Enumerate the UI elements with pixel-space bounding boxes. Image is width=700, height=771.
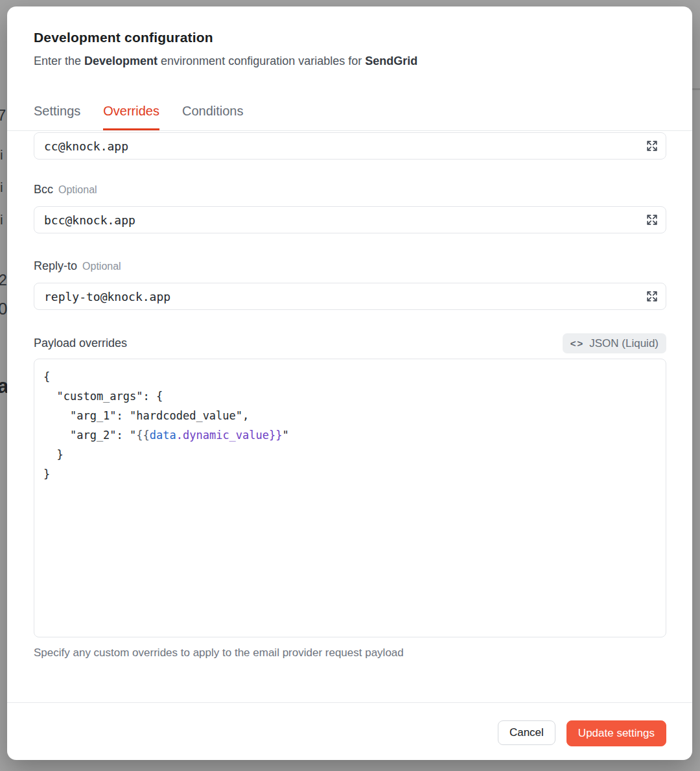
modal-title: Development configuration bbox=[34, 30, 666, 45]
json-liquid-badge: <> JSON (Liquid) bbox=[563, 333, 666, 353]
modal-scroll-area[interactable]: Bcc Optional Reply-to Optional bbox=[7, 131, 692, 702]
payload-overrides-field: Payload overrides <> JSON (Liquid) { "cu… bbox=[34, 333, 666, 659]
update-settings-button[interactable]: Update settings bbox=[566, 720, 666, 746]
modal-footer: Cancel Update settings bbox=[7, 702, 692, 760]
reply-to-field: Reply-to Optional bbox=[34, 259, 666, 310]
cc-field bbox=[34, 132, 666, 160]
code-line: } bbox=[43, 445, 657, 464]
code-line: "arg_1": "hardcoded_value", bbox=[43, 406, 657, 425]
backdrop-text-fragment: 2 bbox=[0, 272, 7, 289]
tab-overrides[interactable]: Overrides bbox=[103, 103, 159, 130]
backdrop-text-fragment: i bbox=[0, 147, 3, 163]
payload-code-editor[interactable]: { "custom_args": { "arg_1": "hardcoded_v… bbox=[34, 359, 666, 637]
subtitle-text: Enter the bbox=[34, 54, 84, 67]
tab-settings[interactable]: Settings bbox=[34, 103, 80, 130]
modal-header: Development configuration Enter the Deve… bbox=[7, 6, 692, 131]
reply-to-optional-tag: Optional bbox=[82, 261, 121, 272]
payload-helper-text: Specify any custom overrides to apply to… bbox=[34, 646, 666, 659]
code-icon: <> bbox=[570, 338, 585, 349]
json-liquid-badge-label: JSON (Liquid) bbox=[589, 337, 659, 350]
cc-input[interactable] bbox=[34, 132, 666, 160]
code-line: } bbox=[43, 464, 657, 484]
backdrop-text-fragment: 7 bbox=[0, 106, 6, 125]
subtitle-environment-name: Development bbox=[84, 54, 158, 67]
payload-overrides-label: Payload overrides bbox=[34, 337, 127, 350]
code-line: "arg_2": "{{data.dynamic_value}}" bbox=[43, 425, 657, 445]
bcc-input[interactable] bbox=[34, 206, 666, 233]
tab-bar: Settings Overrides Conditions bbox=[7, 103, 692, 131]
reply-to-input[interactable] bbox=[34, 283, 666, 310]
subtitle-text: environment configuration variables for bbox=[158, 54, 365, 67]
bcc-optional-tag: Optional bbox=[58, 184, 97, 196]
expand-icon[interactable] bbox=[645, 139, 659, 153]
backdrop-text-fragment: i bbox=[0, 180, 3, 195]
backdrop-text-fragment: i bbox=[0, 212, 3, 228]
background-scrollbar-mark bbox=[692, 88, 700, 90]
modal-subtitle: Enter the Development environment config… bbox=[34, 54, 666, 68]
bcc-label: Bcc bbox=[34, 183, 53, 196]
code-line: { bbox=[43, 367, 657, 386]
development-configuration-modal: Development configuration Enter the Deve… bbox=[7, 6, 692, 760]
subtitle-provider-name: SendGrid bbox=[365, 54, 417, 67]
cancel-button[interactable]: Cancel bbox=[498, 720, 555, 745]
code-line: "custom_args": { bbox=[43, 386, 657, 406]
reply-to-label: Reply-to bbox=[34, 259, 77, 273]
backdrop-text-fragment: 0 bbox=[0, 299, 7, 319]
expand-icon[interactable] bbox=[645, 213, 659, 227]
bcc-field: Bcc Optional bbox=[34, 183, 666, 233]
expand-icon[interactable] bbox=[645, 289, 659, 303]
tab-conditions[interactable]: Conditions bbox=[182, 103, 244, 130]
